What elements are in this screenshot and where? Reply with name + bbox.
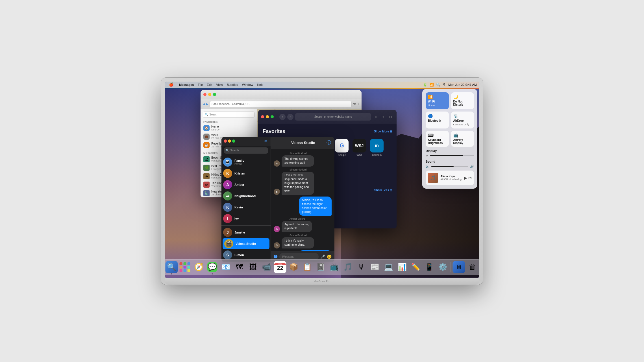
safari-url-bar[interactable]: Search or enter website name bbox=[295, 113, 371, 121]
favicon-google[interactable]: G Google bbox=[335, 139, 349, 159]
msg-tl-red[interactable] bbox=[224, 139, 227, 143]
dock-reminders[interactable]: 📋 bbox=[301, 261, 314, 273]
chat-emoji-icon[interactable]: 😊 bbox=[327, 254, 332, 259]
window-menu[interactable]: Window bbox=[240, 82, 255, 88]
msg-simon-2: I think the new sequence made a huge imp… bbox=[282, 172, 314, 195]
search-icon[interactable]: 🔍 bbox=[436, 83, 440, 87]
cc-display-title: Display bbox=[426, 149, 474, 152]
dock-launchpad[interactable] bbox=[179, 261, 192, 273]
cc-wifi-tile[interactable]: 📶 Wi-Fi Home bbox=[426, 92, 449, 109]
dock-notes[interactable]: 📓 bbox=[315, 261, 327, 273]
maps-forward-btn[interactable]: ▶ bbox=[206, 103, 208, 106]
messages-window[interactable]: ✏ 🔍 Search 👨‍👩‍👧 Family Home! bbox=[221, 137, 334, 262]
control-center[interactable]: 📶 Wi-Fi Home 🌙 Do Not Disturb 🔵 Bluetoot… bbox=[422, 89, 477, 189]
cc-play-btn[interactable]: ▶ bbox=[464, 176, 467, 180]
maps-sidebar-search[interactable]: 🔍 Search bbox=[203, 112, 254, 118]
dock-pages[interactable]: ✏️ bbox=[410, 261, 422, 273]
dock-numbers[interactable]: 📊 bbox=[396, 261, 408, 273]
contact-kristen[interactable]: K Kristen bbox=[221, 168, 271, 179]
dock-sysprefs[interactable]: ⚙️ bbox=[437, 261, 449, 273]
messages-search[interactable]: 🔍 Search bbox=[224, 147, 268, 154]
dock-photos[interactable]: 🖼 bbox=[247, 261, 259, 273]
safari-forward-btn[interactable]: › bbox=[287, 114, 293, 120]
maps-guide-parks-icon: 🌿 bbox=[203, 165, 210, 171]
sound-slider[interactable] bbox=[431, 166, 468, 167]
maps-search-bar[interactable]: San Francisco · California, US bbox=[210, 101, 352, 107]
dock-keka[interactable]: 📦 bbox=[288, 261, 300, 273]
dock-facetime[interactable]: 📹 bbox=[260, 261, 273, 273]
chat-apps-icon[interactable]: 🅐 bbox=[274, 254, 278, 259]
macbook-screen: 🍎 Messages File Edit View Buddies Window… bbox=[165, 82, 479, 278]
favicon-linkedin[interactable]: in LinkedIn bbox=[370, 139, 384, 159]
msg-amber: Agreed! The ending is perfect! bbox=[282, 221, 312, 232]
msg-tl-green[interactable] bbox=[232, 139, 235, 143]
dock-music[interactable]: 🎵 bbox=[342, 261, 354, 273]
dnd-tile-title: Do Not Disturb bbox=[453, 100, 472, 106]
cc-now-playing[interactable]: 🎵 Alicia Keys ALICIA · Underdog ▶ ⏭ bbox=[426, 171, 474, 185]
file-menu[interactable]: File bbox=[196, 82, 205, 88]
apple-menu[interactable]: 🍎 bbox=[167, 82, 175, 88]
contact-kevin[interactable]: K Kevin bbox=[221, 202, 271, 213]
cc-sound-title: Sound bbox=[426, 160, 474, 163]
dock-podcasts[interactable]: 🎙 bbox=[355, 261, 368, 273]
app-name-menu[interactable]: Messages bbox=[177, 82, 196, 88]
keyboard-tile-title: Keyboard Brightness bbox=[428, 138, 447, 145]
cc-bluetooth-tile[interactable]: 🔵 Bluetooth bbox=[426, 112, 449, 128]
sound-loud-icon: 🔊 bbox=[470, 165, 474, 168]
edit-menu[interactable]: Edit bbox=[205, 82, 214, 88]
cc-keyboard-tile[interactable]: ⌨ Keyboard Brightness bbox=[426, 131, 449, 147]
maps-3d-btn[interactable]: 3D bbox=[353, 103, 356, 106]
contact-simon[interactable]: S Simon bbox=[221, 249, 271, 261]
dock-messages[interactable]: 💬 bbox=[206, 261, 219, 273]
safari-back-btn[interactable]: ‹ bbox=[279, 114, 286, 120]
dock-maps[interactable]: 🗺 bbox=[233, 261, 246, 273]
view-menu[interactable]: View bbox=[214, 82, 225, 88]
dock-safari[interactable]: 🧭 bbox=[193, 261, 205, 273]
dock-finder[interactable]: 🔍 bbox=[166, 261, 178, 273]
help-menu[interactable]: Help bbox=[255, 82, 265, 88]
chat-audio-icon[interactable]: 🎤 bbox=[320, 254, 325, 259]
compose-btn[interactable]: ✏ bbox=[263, 139, 268, 144]
dock-news[interactable]: 📰 bbox=[369, 261, 381, 273]
safari-new-tab-btn[interactable]: + bbox=[380, 114, 386, 120]
dock-trash[interactable]: 🗑 bbox=[466, 261, 479, 273]
maps-back-btn[interactable]: ◀ bbox=[203, 103, 205, 106]
msg-tl-yellow[interactable] bbox=[228, 139, 231, 143]
buddies-menu[interactable]: Buddies bbox=[225, 82, 240, 88]
dock-appstore[interactable]: 📱 bbox=[423, 261, 436, 273]
dock-mail[interactable]: 📧 bbox=[220, 261, 232, 273]
tl-red[interactable] bbox=[203, 93, 206, 96]
contact-ivy-name: Ivy bbox=[234, 217, 269, 220]
maps-fav-home[interactable]: 🏠 Home Nearby bbox=[201, 124, 257, 132]
cc-airdrop-tile[interactable]: 📡 AirDrop Contacts Only bbox=[451, 112, 474, 128]
contact-family[interactable]: 👨‍👩‍👧 Family Home! bbox=[221, 156, 271, 168]
tl-green[interactable] bbox=[213, 93, 216, 96]
cc-airplay-tile[interactable]: 📺 AirPlay Display bbox=[451, 131, 474, 147]
contact-velosa[interactable]: 🎬 Velosa Studio bbox=[223, 238, 269, 249]
display-slider[interactable] bbox=[430, 155, 474, 156]
safari-show-less[interactable]: Show Less ⊟ bbox=[374, 189, 392, 192]
maps-plus-btn[interactable]: + bbox=[357, 102, 359, 106]
cc-dnd-tile[interactable]: 🌙 Do Not Disturb bbox=[451, 92, 474, 109]
contact-ivy[interactable]: I Ivy bbox=[221, 213, 271, 224]
favicon-wsj[interactable]: WSJ WSJ bbox=[353, 139, 366, 159]
contact-neighborhood[interactable]: 🏘 Neighborhood bbox=[221, 190, 271, 202]
safari-tl-yellow[interactable] bbox=[266, 115, 269, 118]
dock-calendar[interactable]: JUN 22 bbox=[274, 261, 286, 273]
siri-icon[interactable]: 🎙 bbox=[443, 83, 446, 87]
safari-tl-green[interactable] bbox=[271, 115, 274, 118]
dock-screens[interactable]: 💻 bbox=[382, 261, 395, 273]
dock-finder-icon[interactable]: 🖥 bbox=[453, 261, 465, 273]
contact-janelle[interactable]: J Janelle bbox=[221, 227, 271, 238]
contact-family-avatar: 👨‍👩‍👧 bbox=[223, 158, 232, 167]
safari-show-more[interactable]: Show More ⊞ bbox=[374, 130, 392, 133]
contact-amber[interactable]: A Amber bbox=[221, 179, 271, 190]
cc-track-name: Alicia Keys bbox=[440, 175, 462, 178]
dock-tv[interactable]: 📺 bbox=[328, 261, 341, 273]
cc-skip-btn[interactable]: ⏭ bbox=[468, 176, 472, 180]
safari-share-btn[interactable]: ⬆ bbox=[373, 114, 379, 120]
safari-tl-red[interactable] bbox=[261, 115, 264, 118]
safari-sidebar-btn[interactable]: ⊡ bbox=[388, 114, 394, 120]
tl-yellow[interactable] bbox=[208, 93, 211, 96]
chat-info-btn[interactable]: ⓘ bbox=[327, 140, 331, 146]
